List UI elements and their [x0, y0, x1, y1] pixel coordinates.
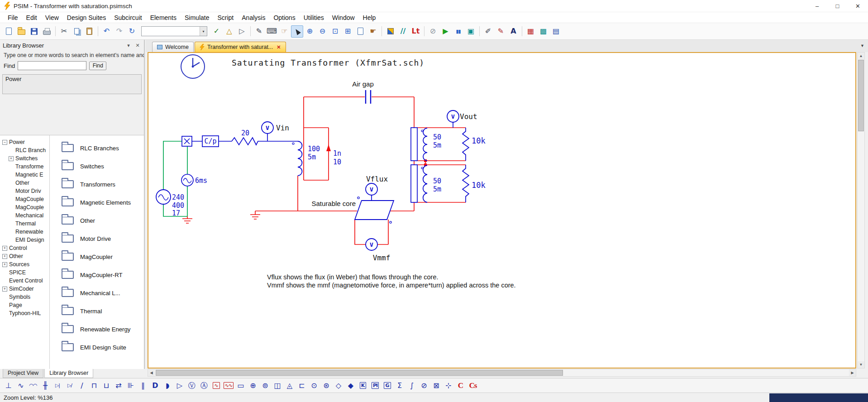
crosshair-icon[interactable]: ⊹	[443, 380, 454, 392]
erc-warning-icon[interactable]: △	[223, 25, 235, 38]
expander-icon[interactable]: −	[2, 140, 7, 145]
switch-icon[interactable]: ∕	[76, 380, 88, 392]
tree-item-other-5[interactable]: Other	[0, 179, 49, 187]
category-other[interactable]: Other	[50, 211, 144, 230]
expander-icon[interactable]: +	[2, 262, 7, 267]
sine-block[interactable]	[181, 174, 193, 186]
dc-source-icon[interactable]: ⊕	[247, 380, 259, 392]
category-magcoupler-rt[interactable]: MagCoupler-RT	[50, 266, 144, 284]
category-emi-design-suite[interactable]: EMI Design Suite	[50, 338, 144, 356]
category-magcoupler[interactable]: MagCoupler	[50, 248, 144, 266]
category-switches[interactable]: Switches	[50, 157, 144, 175]
expander-icon[interactable]: +	[2, 254, 7, 259]
tree-item-other[interactable]: +Other	[0, 252, 49, 260]
close-icon[interactable]: ✕	[848, 0, 868, 12]
panel-collapse-icon[interactable]: ▾	[125, 43, 132, 48]
square-source-icon[interactable]: ◫	[272, 380, 283, 392]
minimize-icon[interactable]: –	[807, 0, 827, 12]
measure-icon[interactable]: ✎	[495, 25, 507, 38]
tree-item-motor-driv-6[interactable]: Motor Driv	[0, 187, 49, 195]
print-icon[interactable]	[41, 25, 53, 38]
mux-icon[interactable]: ⊠	[430, 380, 442, 392]
tree-item-thermal-10[interactable]: Thermal	[0, 220, 49, 228]
resistor-icon[interactable]: ∿	[15, 380, 27, 392]
step-source-icon[interactable]: ⊏	[296, 380, 308, 392]
c-block-icon[interactable]: C	[455, 380, 467, 392]
bidir-switch-icon[interactable]: ⇄	[113, 380, 124, 392]
vin-probe[interactable]: V	[262, 122, 273, 141]
cccs-icon[interactable]: ◆	[345, 380, 357, 392]
simview-icon[interactable]: ▣	[465, 25, 477, 38]
scroll-right-icon[interactable]: ▶	[849, 369, 856, 376]
tree-item-rlc-branch-1[interactable]: RLC Branch	[0, 146, 49, 154]
pi-block-icon[interactable]: PI	[369, 380, 381, 392]
triangle-source-icon[interactable]: ◬	[284, 380, 296, 392]
tab-list-icon[interactable]: ▼	[860, 43, 864, 48]
transformer-icon[interactable]: ⊪	[125, 380, 137, 392]
pan-hand-icon[interactable]: ☛	[367, 25, 379, 38]
cp-block[interactable]: C/p	[192, 136, 232, 147]
menu-subcircuit[interactable]: Subcircuit	[110, 13, 146, 23]
refresh-icon[interactable]: ↻	[126, 25, 138, 38]
sum-block-icon[interactable]: Σ	[394, 380, 405, 392]
expander-icon[interactable]: +	[2, 287, 7, 292]
tree-item-renewable-11[interactable]: Renewable	[0, 228, 49, 236]
voltmeter-icon[interactable]: Ⓥ	[186, 380, 198, 392]
category-magnetic-elements[interactable]: Magnetic Elements	[50, 193, 144, 211]
erc-check-icon[interactable]: ✓	[210, 25, 223, 38]
zoom-in-icon[interactable]: ⊕	[304, 25, 316, 38]
copy-icon[interactable]	[71, 25, 83, 38]
tab-project-view[interactable]: Project View	[3, 369, 43, 378]
tree-item-control[interactable]: +Control	[0, 244, 49, 252]
menu-simulate[interactable]: Simulate	[181, 13, 213, 23]
tree-item-spice[interactable]: SPICE	[0, 268, 49, 277]
keyboard-icon[interactable]: ⌨	[266, 25, 278, 38]
load-resistor-1[interactable]	[463, 128, 469, 161]
integrator-icon[interactable]: ∫	[406, 380, 418, 392]
tf-block-icon[interactable]: G	[382, 380, 393, 392]
or-gate-icon[interactable]: ◗	[162, 380, 173, 392]
voltage-source[interactable]	[156, 190, 171, 204]
run-simulation-icon[interactable]: ▶	[439, 25, 452, 38]
close-tab-icon[interactable]: ✕	[277, 44, 281, 50]
ground-1[interactable]	[182, 216, 192, 223]
probe-block-icon[interactable]: ▭	[235, 380, 247, 392]
tree-item-typhoon-hil[interactable]: Typhoon-HIL	[0, 309, 49, 317]
category-thermal[interactable]: Thermal	[50, 302, 144, 320]
zoom-combo[interactable]: ▾	[141, 26, 207, 36]
find-button[interactable]: Find	[89, 62, 106, 70]
scope-2ch-icon[interactable]: ∿∿	[223, 380, 234, 392]
chevron-down-icon[interactable]: ▾	[200, 27, 207, 36]
saturable-core-element[interactable]	[355, 197, 394, 223]
igbt-icon[interactable]: ⊔	[100, 380, 112, 392]
gain-block-icon[interactable]: K	[357, 380, 369, 392]
tree-item-switches-2[interactable]: +Switches	[0, 154, 49, 163]
comparator-icon[interactable]: ▷	[174, 380, 186, 392]
coupled-inductor-icon[interactable]: ∥	[137, 380, 149, 392]
air-gap-element[interactable]	[366, 90, 371, 104]
menu-script[interactable]: Script	[213, 13, 238, 23]
forward-icon[interactable]: ▷	[236, 25, 248, 38]
scroll-down-icon[interactable]: ▼	[858, 361, 864, 368]
thyristor-icon[interactable]: ▷∕	[64, 380, 76, 392]
tree-item-magcouple-8[interactable]: MagCouple	[0, 203, 49, 211]
save-icon[interactable]	[28, 25, 40, 38]
tree-item-transforme-3[interactable]: Transforme	[0, 163, 49, 171]
tree-item-emi-design-12[interactable]: EMI Design	[0, 236, 49, 244]
pan-icon[interactable]: ☞	[278, 25, 291, 38]
zoom-fit-icon[interactable]: ⊞	[342, 25, 354, 38]
select-mode-icon[interactable]	[291, 25, 303, 38]
panel-close-icon[interactable]: ✕	[134, 43, 141, 48]
tab-transformer-with-saturation[interactable]: Transformer with saturat... ✕	[195, 42, 286, 52]
zoom-out-icon[interactable]: ⊖	[316, 25, 329, 38]
category-rlc-branches[interactable]: RLC Branches	[50, 139, 144, 157]
open-file-icon[interactable]	[15, 25, 28, 38]
tree-item-simcoder[interactable]: +SimCoder	[0, 285, 49, 293]
text-tool-icon[interactable]: A	[507, 25, 520, 38]
vcvs-icon[interactable]: ◇	[333, 380, 344, 392]
mosfet-icon[interactable]: ⊓	[88, 380, 100, 392]
menu-view[interactable]: View	[41, 13, 63, 23]
tree-item-magnetic-e-4[interactable]: Magnetic E	[0, 171, 49, 179]
circuit-wires[interactable]	[255, 97, 466, 244]
paste-icon[interactable]	[83, 25, 95, 38]
